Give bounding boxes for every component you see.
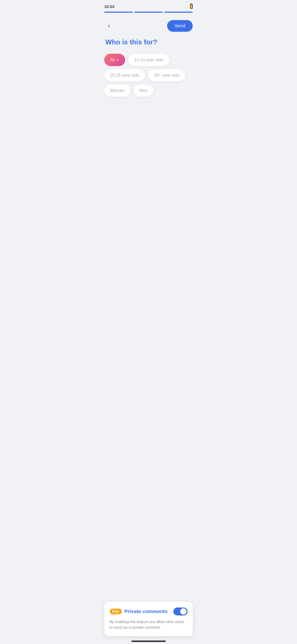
chip-women[interactable]: Women (104, 85, 130, 97)
chip-all[interactable]: All ✓ (104, 54, 125, 66)
status-bar: 10:22 (99, 0, 198, 12)
chips-container: All ✓ 14-19 year olds 20-25 year olds 25… (99, 54, 198, 97)
chip-20-25[interactable]: 20-25 year olds (104, 69, 145, 81)
chip-men[interactable]: Men (134, 85, 153, 97)
status-time: 10:22 (104, 4, 114, 9)
page-title: Who is this for? (99, 38, 198, 54)
progress-segment-3 (164, 12, 193, 13)
battery-icon (190, 4, 193, 9)
send-button[interactable]: Send (167, 20, 193, 32)
back-button[interactable]: ‹ (104, 21, 114, 31)
chip-25plus[interactable]: 25+ year olds (148, 69, 185, 81)
back-arrow-icon: ‹ (108, 22, 110, 29)
progress-segment-1 (104, 12, 133, 13)
progress-segment-2 (134, 12, 163, 13)
header: ‹ Send (99, 17, 198, 38)
progress-bar (99, 12, 198, 13)
status-icons (190, 4, 193, 9)
chip-14-19[interactable]: 14-19 year olds (128, 54, 169, 66)
